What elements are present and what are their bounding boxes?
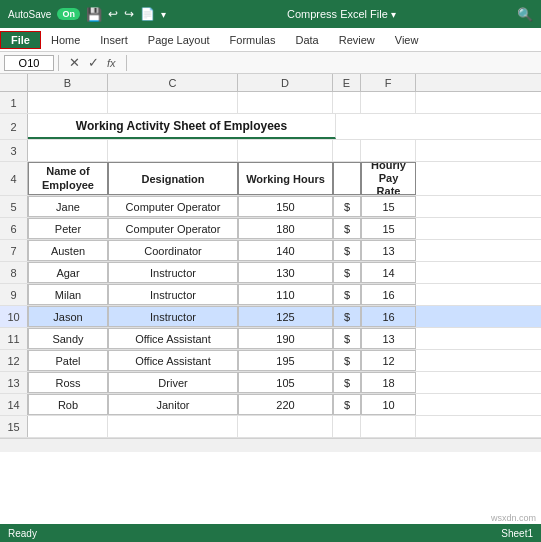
cell-f13[interactable]: 18 — [361, 372, 416, 393]
cell-e5[interactable]: $ — [333, 196, 361, 217]
cell-d3[interactable] — [238, 140, 333, 161]
cell-d11[interactable]: 190 — [238, 328, 333, 349]
cell-f3[interactable] — [361, 140, 416, 161]
cell-c5[interactable]: Computer Operator — [108, 196, 238, 217]
undo-icon[interactable]: ↩ — [108, 7, 118, 21]
search-icon[interactable]: 🔍 — [517, 7, 533, 22]
cell-b3[interactable] — [28, 140, 108, 161]
cell-f5[interactable]: 15 — [361, 196, 416, 217]
cell-d14[interactable]: 220 — [238, 394, 333, 415]
cell-f2[interactable] — [364, 114, 419, 139]
tab-view[interactable]: View — [385, 31, 429, 49]
cell-d1[interactable] — [238, 92, 333, 113]
cell-e1[interactable] — [333, 92, 361, 113]
cell-e9[interactable]: $ — [333, 284, 361, 305]
cell-c9[interactable]: Instructor — [108, 284, 238, 305]
header-hourly-rate[interactable]: Hourly PayRate — [361, 162, 416, 195]
file-icon[interactable]: 📄 — [140, 7, 155, 21]
col-header-c[interactable]: C — [108, 74, 238, 91]
cell-f14[interactable]: 10 — [361, 394, 416, 415]
cell-c10[interactable]: Instructor — [108, 306, 238, 327]
horizontal-scrollbar[interactable] — [0, 438, 541, 452]
dropdown-icon[interactable]: ▾ — [161, 9, 166, 20]
cell-e8[interactable]: $ — [333, 262, 361, 283]
cell-c14[interactable]: Janitor — [108, 394, 238, 415]
tab-data[interactable]: Data — [285, 31, 328, 49]
cell-f6[interactable]: 15 — [361, 218, 416, 239]
cell-d8[interactable]: 130 — [238, 262, 333, 283]
cell-b14[interactable]: Rob — [28, 394, 108, 415]
cell-f11[interactable]: 13 — [361, 328, 416, 349]
cell-e10[interactable]: $ — [333, 306, 361, 327]
cell-c13[interactable]: Driver — [108, 372, 238, 393]
cell-e2[interactable] — [336, 114, 364, 139]
cell-e11[interactable]: $ — [333, 328, 361, 349]
sheet-title[interactable]: Working Activity Sheet of Employees — [28, 114, 336, 139]
cell-c6[interactable]: Computer Operator — [108, 218, 238, 239]
redo-icon[interactable]: ↪ — [124, 7, 134, 21]
cell-f15[interactable] — [361, 416, 416, 437]
col-header-e[interactable]: E — [333, 74, 361, 91]
cell-b13[interactable]: Ross — [28, 372, 108, 393]
cell-f7[interactable]: 13 — [361, 240, 416, 261]
title-dropdown-icon[interactable]: ▾ — [391, 9, 396, 20]
cancel-formula-icon[interactable]: ✕ — [69, 55, 80, 70]
cell-e15[interactable] — [333, 416, 361, 437]
cell-d5[interactable]: 150 — [238, 196, 333, 217]
cell-f1[interactable] — [361, 92, 416, 113]
cell-b10[interactable]: Jason — [28, 306, 108, 327]
cell-c3[interactable] — [108, 140, 238, 161]
cell-e7[interactable]: $ — [333, 240, 361, 261]
tab-home[interactable]: Home — [41, 31, 90, 49]
tab-review[interactable]: Review — [329, 31, 385, 49]
save-icon[interactable]: 💾 — [86, 7, 102, 22]
cell-d12[interactable]: 195 — [238, 350, 333, 371]
col-header-b[interactable]: B — [28, 74, 108, 91]
cell-e13[interactable]: $ — [333, 372, 361, 393]
tab-insert[interactable]: Insert — [90, 31, 138, 49]
cell-b15[interactable] — [28, 416, 108, 437]
cell-reference[interactable] — [4, 55, 54, 71]
header-working-hours[interactable]: Working Hours — [238, 162, 333, 195]
cell-e14[interactable]: $ — [333, 394, 361, 415]
cell-b5[interactable]: Jane — [28, 196, 108, 217]
cell-f12[interactable]: 12 — [361, 350, 416, 371]
cell-e3[interactable] — [333, 140, 361, 161]
cell-b8[interactable]: Agar — [28, 262, 108, 283]
insert-function-icon[interactable]: fx — [107, 57, 116, 69]
cell-d9[interactable]: 110 — [238, 284, 333, 305]
cell-c1[interactable] — [108, 92, 238, 113]
header-dollar[interactable] — [333, 162, 361, 195]
cell-b9[interactable]: Milan — [28, 284, 108, 305]
confirm-formula-icon[interactable]: ✓ — [88, 55, 99, 70]
formula-input[interactable] — [131, 57, 537, 69]
cell-c11[interactable]: Office Assistant — [108, 328, 238, 349]
cell-f10[interactable]: 16 — [361, 306, 416, 327]
tab-page-layout[interactable]: Page Layout — [138, 31, 220, 49]
autosave-toggle[interactable]: On — [57, 8, 80, 20]
cell-b7[interactable]: Austen — [28, 240, 108, 261]
header-name[interactable]: Name ofEmployee — [28, 162, 108, 195]
cell-d7[interactable]: 140 — [238, 240, 333, 261]
cell-c8[interactable]: Instructor — [108, 262, 238, 283]
cell-e12[interactable]: $ — [333, 350, 361, 371]
cell-b6[interactable]: Peter — [28, 218, 108, 239]
cell-d15[interactable] — [238, 416, 333, 437]
cell-b12[interactable]: Patel — [28, 350, 108, 371]
cell-c12[interactable]: Office Assistant — [108, 350, 238, 371]
tab-formulas[interactable]: Formulas — [220, 31, 286, 49]
cell-d6[interactable]: 180 — [238, 218, 333, 239]
cell-c7[interactable]: Coordinator — [108, 240, 238, 261]
tab-file[interactable]: File — [0, 31, 41, 49]
cell-d13[interactable]: 105 — [238, 372, 333, 393]
sheet-tab[interactable]: Sheet1 — [501, 528, 533, 539]
col-header-d[interactable]: D — [238, 74, 333, 91]
cell-b1[interactable] — [28, 92, 108, 113]
cell-e6[interactable]: $ — [333, 218, 361, 239]
cell-f8[interactable]: 14 — [361, 262, 416, 283]
col-header-f[interactable]: F — [361, 74, 416, 91]
cell-f9[interactable]: 16 — [361, 284, 416, 305]
header-designation[interactable]: Designation — [108, 162, 238, 195]
cell-b11[interactable]: Sandy — [28, 328, 108, 349]
cell-d10[interactable]: 125 — [238, 306, 333, 327]
